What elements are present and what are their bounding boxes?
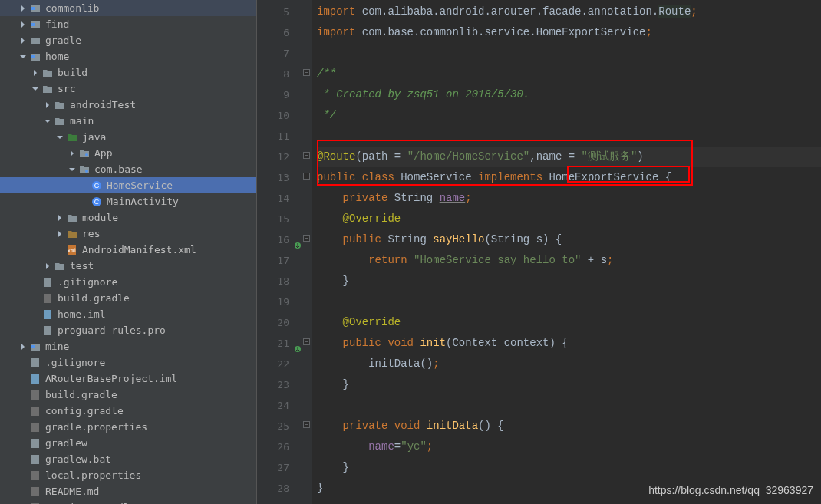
code-line[interactable]: public String sayHello(String s) {	[317, 229, 821, 250]
expand-arrow-icon[interactable]	[68, 149, 77, 158]
code-line[interactable]	[317, 126, 821, 147]
fold-toggle-icon[interactable]	[303, 152, 310, 159]
code-line[interactable]	[317, 292, 821, 312]
expand-arrow-icon[interactable]	[31, 294, 40, 303]
svg-rect-21	[31, 374, 39, 384]
code-line[interactable]: * Created by zsq51 on 2018/5/30.	[317, 84, 821, 105]
tree-item[interactable]: build.gradle	[0, 290, 256, 306]
code-line[interactable]: import com.alibaba.android.arouter.facad…	[317, 2, 821, 22]
expand-arrow-icon[interactable]	[55, 245, 64, 255]
tree-item[interactable]: gradlew.bat	[0, 451, 256, 467]
tree-item[interactable]: gradle.properties	[0, 419, 256, 435]
tree-item[interactable]: README.md	[0, 483, 256, 499]
tree-item[interactable]: home.iml	[0, 306, 256, 322]
tree-item[interactable]: CHomeService	[0, 177, 256, 193]
code-area[interactable]: import com.alibaba.android.arouter.facad…	[312, 0, 821, 504]
code-line[interactable]: }	[317, 271, 821, 292]
expand-arrow-icon[interactable]	[18, 407, 28, 416]
fold-toggle-icon[interactable]	[303, 235, 310, 242]
code-line[interactable]: public void init(Context context) {	[317, 333, 821, 354]
expand-arrow-icon[interactable]	[18, 358, 28, 367]
code-line[interactable]: @Override	[317, 209, 821, 229]
tree-item[interactable]: java	[0, 129, 256, 145]
code-line[interactable]: /**	[317, 64, 821, 84]
tree-item[interactable]: src	[0, 81, 256, 97]
expand-arrow-icon[interactable]	[18, 374, 28, 384]
tree-item[interactable]: CMainActivity	[0, 193, 256, 209]
expand-arrow-icon[interactable]	[80, 197, 89, 206]
code-line[interactable]: initData();	[317, 354, 821, 374]
expand-arrow-icon[interactable]	[18, 471, 28, 480]
tree-item[interactable]: .gitignore	[0, 354, 256, 371]
code-line[interactable]	[317, 43, 821, 64]
code-line[interactable]: @Route(path = "/home/HomeService",name =…	[317, 147, 821, 167]
code-line[interactable]: */	[317, 105, 821, 126]
code-line[interactable]	[317, 395, 821, 416]
fold-toggle-icon[interactable]	[303, 338, 310, 345]
tree-item[interactable]: settings.gradle	[0, 499, 256, 504]
expand-arrow-icon[interactable]	[18, 390, 28, 400]
expand-arrow-icon[interactable]	[18, 4, 28, 13]
tree-item[interactable]: androidTest	[0, 97, 256, 113]
fold-toggle-icon[interactable]	[303, 173, 310, 180]
code-line[interactable]: private void initData() {	[317, 416, 821, 436]
expand-arrow-icon[interactable]	[43, 100, 52, 110]
tree-item[interactable]: xmlAndroidManifest.xml	[0, 242, 256, 258]
tree-item[interactable]: local.properties	[0, 467, 256, 483]
code-line[interactable]: return "HomeService say hello to" + s;	[317, 250, 821, 271]
override-marker-icon[interactable]	[294, 236, 302, 243]
project-tree[interactable]: commonlibfindgradlehomebuildsrcandroidTe…	[0, 0, 257, 504]
tree-item[interactable]: gradlew	[0, 435, 256, 451]
expand-arrow-icon[interactable]	[31, 310, 40, 319]
tree-item[interactable]: find	[0, 16, 256, 32]
fold-toggle-icon[interactable]	[303, 69, 310, 76]
tree-item[interactable]: main	[0, 113, 256, 129]
expand-arrow-icon[interactable]	[31, 326, 40, 335]
code-editor[interactable]: 5678910111213141516171819202122232425262…	[257, 0, 821, 504]
code-line[interactable]: import com.base.commonlib.service.HomeEx…	[317, 22, 821, 43]
tree-item[interactable]: mine	[0, 338, 256, 354]
code-line[interactable]: name="yc";	[317, 436, 821, 457]
code-line[interactable]: }	[317, 374, 821, 395]
expand-arrow-icon[interactable]	[43, 262, 52, 271]
tree-item[interactable]: module	[0, 209, 256, 226]
expand-arrow-icon[interactable]	[18, 455, 28, 464]
expand-arrow-icon[interactable]	[18, 52, 28, 61]
expand-arrow-icon[interactable]	[18, 20, 28, 29]
tree-item[interactable]: .gitignore	[0, 274, 256, 290]
override-marker-icon[interactable]	[294, 339, 302, 347]
tree-item[interactable]: com.base	[0, 161, 256, 177]
code-line[interactable]: }	[317, 457, 821, 478]
expand-arrow-icon[interactable]	[31, 84, 40, 94]
expand-arrow-icon[interactable]	[80, 181, 89, 190]
code-line[interactable]: public class HomeService implements Home…	[317, 167, 821, 188]
tree-item[interactable]: home	[0, 48, 256, 64]
tree-label: main	[70, 115, 94, 127]
tree-item[interactable]: build	[0, 64, 256, 81]
expand-arrow-icon[interactable]	[18, 423, 28, 432]
tree-item[interactable]: proguard-rules.pro	[0, 322, 256, 338]
expand-arrow-icon[interactable]	[55, 133, 64, 142]
code-line[interactable]: private String name;	[317, 188, 821, 209]
tree-item[interactable]: commonlib	[0, 0, 256, 16]
tree-item[interactable]: App	[0, 145, 256, 161]
fold-toggle-icon[interactable]	[303, 421, 310, 428]
tree-label: README.md	[45, 486, 99, 497]
expand-arrow-icon[interactable]	[43, 117, 52, 126]
expand-arrow-icon[interactable]	[18, 439, 28, 448]
expand-arrow-icon[interactable]	[55, 213, 64, 222]
code-line[interactable]: @Override	[317, 312, 821, 333]
expand-arrow-icon[interactable]	[18, 487, 28, 496]
expand-arrow-icon[interactable]	[31, 278, 40, 287]
expand-arrow-icon[interactable]	[18, 342, 28, 351]
tree-item[interactable]: ARouterBaseProject.iml	[0, 371, 256, 387]
tree-item[interactable]: gradle	[0, 32, 256, 48]
tree-item[interactable]: build.gradle	[0, 387, 256, 403]
expand-arrow-icon[interactable]	[31, 68, 40, 77]
expand-arrow-icon[interactable]	[68, 165, 77, 174]
expand-arrow-icon[interactable]	[55, 229, 64, 239]
tree-item[interactable]: test	[0, 258, 256, 274]
tree-item[interactable]: config.gradle	[0, 403, 256, 419]
expand-arrow-icon[interactable]	[18, 36, 28, 45]
tree-item[interactable]: res	[0, 226, 256, 242]
